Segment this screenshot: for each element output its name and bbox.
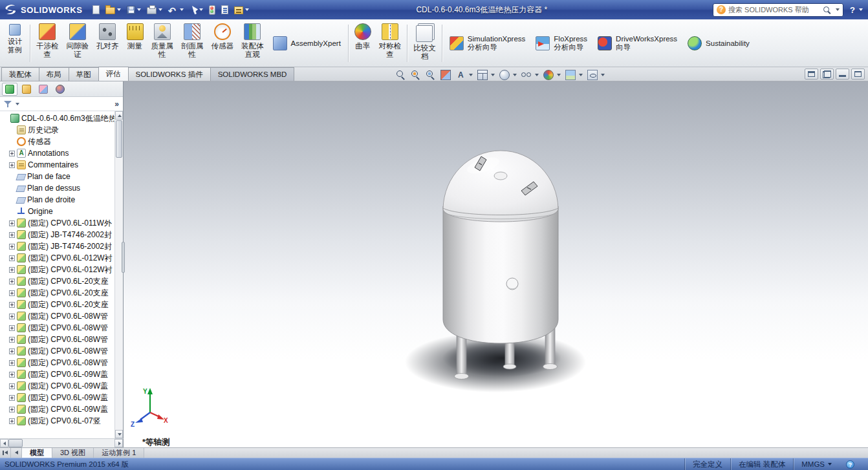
doc-window-minimize-button[interactable]	[836, 69, 849, 80]
expand-icon[interactable]	[9, 220, 15, 226]
search-icon[interactable]	[823, 6, 831, 14]
sensor-button[interactable]: 传感器	[208, 21, 238, 65]
search-dropdown-caret[interactable]	[836, 8, 840, 11]
expand-icon[interactable]	[9, 232, 15, 238]
expand-icon[interactable]	[9, 383, 15, 389]
view-orientation-button[interactable]	[477, 70, 495, 80]
tree-item[interactable]: (固定) CPV0.6L-08W管	[0, 310, 114, 322]
expand-icon[interactable]	[9, 325, 15, 331]
hscroll-right-button[interactable]	[114, 439, 123, 447]
edit-appearance-dropdown-caret[interactable]	[557, 74, 561, 76]
previous-tab-button[interactable]	[11, 448, 22, 458]
simulationxpress-button[interactable]: SimulationXpress分析向导	[444, 21, 530, 65]
open-button[interactable]	[103, 4, 123, 16]
tree-item[interactable]: (固定) CPV0.6L-012W衬	[0, 252, 114, 264]
tab-layout[interactable]: 布局	[39, 67, 69, 81]
graphics-area[interactable]: Y X Z	[124, 81, 868, 438]
model-tab-1[interactable]: 模型	[22, 448, 52, 458]
tree-item[interactable]: (固定) CPV0.6L-20支座	[0, 287, 114, 299]
sustainability-button[interactable]: Sustainability	[682, 21, 755, 65]
tree-item[interactable]: (固定) JB-T4746-2002封	[0, 240, 114, 252]
expand-icon[interactable]	[9, 395, 15, 401]
dynamic-annotation-views-button[interactable]	[455, 70, 473, 80]
tree-item[interactable]: (固定) CPV0.6L-09W盖	[0, 392, 114, 403]
featuremanager-tab[interactable]	[2, 83, 17, 96]
tab-assembly[interactable]: 装配体	[1, 67, 39, 81]
tree-item[interactable]: (固定) CPV0.6L-08W管	[0, 357, 114, 369]
symmetry-check-button[interactable]: 对称检查	[375, 21, 406, 65]
undo-dropdown-caret[interactable]	[180, 8, 184, 11]
expand-icon[interactable]	[9, 162, 15, 168]
dome-port[interactable]	[494, 172, 507, 180]
tree-item[interactable]: 传感器	[0, 136, 114, 147]
model-tab-2[interactable]: 3D 视图	[52, 448, 94, 458]
tree-item[interactable]: (固定) JB-T4746-2002封	[0, 229, 114, 240]
measure-button[interactable]: 测量	[123, 21, 147, 65]
view-orientation-dropdown-caret[interactable]	[491, 74, 495, 76]
scroll-thumb[interactable]	[116, 120, 122, 158]
view-settings-dropdown-caret[interactable]	[601, 74, 605, 76]
panel-splitter-grip[interactable]	[122, 242, 125, 273]
driveworksxpress-button[interactable]: DriveWorksXpress向导	[592, 21, 682, 65]
expand-icon[interactable]	[9, 290, 15, 296]
expand-icon[interactable]	[9, 418, 15, 424]
apply-scene-dropdown-caret[interactable]	[579, 74, 583, 76]
edit-appearance-button[interactable]	[543, 70, 561, 80]
tab-solidworks-mbd[interactable]: SOLIDWORKS MBD	[210, 67, 295, 81]
undo-button[interactable]	[166, 4, 186, 16]
expand-icon[interactable]	[9, 360, 15, 366]
help-dropdown-caret[interactable]	[859, 8, 863, 11]
expand-icon[interactable]	[9, 348, 15, 354]
zoom-to-fit-button[interactable]	[396, 70, 406, 80]
tree-item[interactable]: (固定) CPV0.6L-08W管	[0, 345, 114, 357]
tree-item[interactable]: (固定) CPV0.6L-011W外	[0, 217, 114, 229]
first-tab-button[interactable]	[0, 448, 11, 458]
configurationmanager-tab[interactable]	[36, 83, 51, 96]
apply-scene-button[interactable]	[565, 70, 583, 80]
open-dropdown-caret[interactable]	[117, 8, 121, 11]
options-button[interactable]	[232, 4, 251, 16]
mass-properties-button[interactable]: 质量属性	[147, 21, 178, 65]
help-search[interactable]	[713, 3, 843, 17]
tree-item[interactable]: (固定) CPV0.6L-20支座	[0, 275, 114, 287]
propertymanager-tab[interactable]	[19, 83, 34, 96]
expand-icon[interactable]	[9, 151, 15, 156]
tree-item[interactable]: Plan de face	[0, 171, 114, 182]
options-dropdown-caret[interactable]	[245, 8, 249, 11]
hide-show-items-dropdown-caret[interactable]	[535, 74, 539, 76]
tree-item[interactable]: Plan de droite	[0, 194, 114, 206]
new-document-button[interactable]	[91, 4, 102, 16]
tree-item[interactable]: 历史记录	[0, 124, 114, 136]
print-dropdown-caret[interactable]	[158, 8, 162, 11]
expand-icon[interactable]	[9, 255, 15, 261]
clearance-verification-button[interactable]: 间隙验证	[63, 21, 93, 65]
hscroll-thumb[interactable]	[8, 439, 23, 447]
panel-expand-button[interactable]	[114, 100, 119, 109]
display-style-button[interactable]	[499, 70, 517, 80]
doc-window-cascade-button[interactable]	[820, 69, 834, 80]
body-port[interactable]	[506, 278, 518, 290]
section-properties-button[interactable]: 剖面属性	[177, 21, 208, 65]
view-settings-button[interactable]	[587, 70, 605, 80]
hscroll-left-button[interactable]	[0, 439, 8, 447]
file-properties-button[interactable]	[219, 4, 230, 16]
tree-hscrollbar[interactable]	[0, 438, 124, 447]
hole-alignment-button[interactable]: 孔对齐	[92, 21, 123, 65]
tree-item[interactable]: (固定) CPV0.6L-09W盖	[0, 403, 114, 415]
displaymanager-tab[interactable]	[52, 83, 68, 96]
tree-item[interactable]: (固定) CPV0.6L-08W管	[0, 322, 114, 334]
display-style-dropdown-caret[interactable]	[513, 74, 517, 76]
filter-dropdown-caret[interactable]	[16, 103, 19, 105]
expand-icon[interactable]	[9, 337, 15, 343]
tree-item[interactable]: Origine	[0, 206, 114, 217]
tab-solidworks-addins[interactable]: SOLIDWORKS 插件	[128, 67, 211, 81]
interference-detection-button[interactable]: 干涉检查	[32, 21, 63, 65]
expand-icon[interactable]	[9, 302, 15, 308]
help-search-input[interactable]	[728, 6, 820, 14]
expand-icon[interactable]	[9, 407, 15, 412]
scroll-up-button[interactable]	[115, 111, 123, 120]
save-dropdown-caret[interactable]	[137, 8, 141, 11]
filter-icon[interactable]	[4, 100, 12, 108]
tree-item[interactable]: Plan de dessus	[0, 182, 114, 194]
expand-icon[interactable]	[9, 279, 15, 284]
